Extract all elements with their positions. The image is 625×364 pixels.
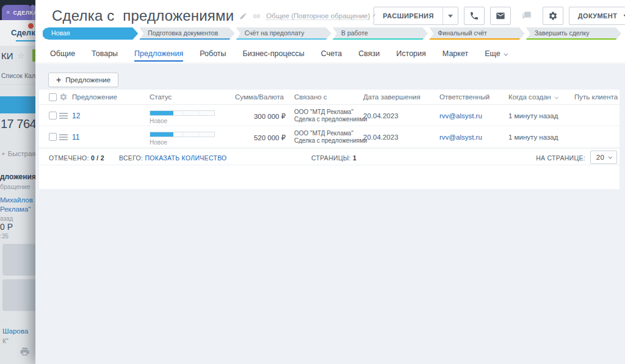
notification-dot [28, 23, 34, 29]
quick-add-label: Быстрая [8, 150, 35, 157]
amount-cell: 520 000 ₽ [216, 134, 286, 142]
stage-label: Финальный счёт [438, 29, 486, 37]
per-page-select[interactable]: 20 [590, 151, 617, 164]
grid-settings-gear-icon[interactable] [59, 93, 68, 101]
column-header-created-label: Когда создан [508, 93, 551, 101]
offer-id-link[interactable]: 12 [72, 112, 80, 120]
stage-close-deal[interactable]: Завершить сделку [526, 27, 621, 40]
tab-general[interactable]: Общие [50, 45, 75, 63]
tab-robots[interactable]: Роботы [200, 45, 226, 63]
table-row[interactable]: 12 Новое 300 000 ₽ ООО "МТД Реклама"Сдел… [39, 105, 620, 126]
column-header-created[interactable]: Когда создан [508, 93, 557, 101]
tab-more-label: Еще [485, 49, 500, 58]
tab-history[interactable]: История [396, 45, 425, 63]
screen: × СДЕЛКА Сделки КИ ☆ Список Кал 17 764 Б… [0, 0, 625, 364]
background-view-tabs: Список Кал [0, 66, 35, 85]
kanban-card-time-fragment: азад [0, 215, 13, 222]
settings-button[interactable] [543, 7, 563, 25]
column-header-close-date[interactable]: Дата завершения [363, 93, 421, 101]
background-top-bar: × СДЕЛКА [0, 0, 35, 20]
printer-icon[interactable] [20, 346, 30, 357]
stage-new[interactable]: Новая [43, 27, 138, 40]
column-header-amount[interactable]: Сумма/Валюта [235, 93, 284, 101]
tab-offers[interactable]: Предложения [134, 45, 183, 63]
phone-icon [469, 11, 479, 21]
extensions-dropdown-toggle[interactable] [443, 12, 458, 20]
stage-final-invoice[interactable]: Финальный счёт [429, 27, 524, 40]
checked-counter: ОТМЕЧЕНО: 0 / 2 [49, 154, 104, 162]
row-menu-icon[interactable] [59, 113, 68, 119]
related-company: ООО "МТД Реклама" [294, 130, 353, 137]
responsible-link[interactable]: rvv@alsyst.ru [439, 112, 482, 120]
quick-add-link[interactable]: Быстрая [1, 150, 35, 157]
select-all-checkbox[interactable] [49, 93, 57, 101]
column-header-related[interactable]: Связано с [294, 93, 327, 101]
table-row[interactable]: 11 Новое 520 000 ₽ ООО "МТД Реклама"Сдел… [39, 126, 620, 148]
column-header-client-path[interactable]: Путь клиента [574, 93, 618, 101]
document-button[interactable]: ДОКУМЕНТ [569, 7, 625, 25]
kanban-column-total: 17 764 [1, 117, 35, 131]
background-page-strip: × СДЕЛКА Сделки КИ ☆ Список Кал 17 764 Б… [0, 0, 35, 364]
column-header-offer[interactable]: Предложение [72, 93, 117, 101]
chat-button[interactable] [516, 7, 537, 25]
view-tab-list[interactable]: Список [1, 72, 23, 79]
offers-section: Предложение Предложение Статус Сумма/Вал… [35, 64, 625, 364]
chat-icon [522, 11, 532, 21]
stage-label: В работе [341, 29, 368, 37]
tab-invoices[interactable]: Счета [321, 45, 342, 63]
kanban-card-placeholder [2, 279, 35, 311]
chevron-down-icon [504, 51, 508, 55]
kanban-card-company-link[interactable]: Реклама" [0, 205, 31, 213]
background-page-title-fragment: КИ [1, 51, 13, 61]
stage-label: Счёт на предоплату [245, 29, 305, 37]
responsible-link[interactable]: rvv@alsyst.ru [439, 134, 482, 141]
kanban-card-contact-link[interactable]: Михайлов [0, 196, 33, 204]
window-tab-deal[interactable]: × СДЕЛКА [2, 5, 32, 20]
close-date-cell: 20.04.2023 [363, 112, 399, 120]
close-icon[interactable]: × [6, 9, 10, 16]
email-button[interactable] [490, 7, 511, 25]
tab-products[interactable]: Товары [92, 45, 118, 63]
pages-counter: СТРАНИЦЫ: 1 [311, 154, 356, 162]
kanban-card2-contact-link[interactable]: Шарова [2, 327, 28, 335]
checked-label: ОТМЕЧЕНО: [49, 154, 89, 162]
row-checkbox[interactable] [49, 112, 57, 120]
extensions-button[interactable]: РАСШИРЕНИЯ [374, 7, 458, 25]
tab-market[interactable]: Маркет [443, 45, 468, 63]
edit-icon[interactable] [239, 12, 247, 20]
window-tab-label: СДЕЛКА [13, 10, 35, 16]
nav-item-deals[interactable]: Сделки [11, 28, 35, 37]
category-selector[interactable]: Общее (Повторное обращение) [266, 12, 370, 20]
table-header-row: Предложение Статус Сумма/Валюта Связано … [39, 90, 620, 105]
created-cell: 1 минуту назад [508, 112, 558, 120]
amount-cell: 300 000 ₽ [216, 112, 286, 121]
tab-more[interactable]: Еще [485, 45, 506, 63]
panel-header: Сделка с предложениями Общее (Повторное … [52, 6, 618, 26]
tab-relations[interactable]: Связи [358, 45, 380, 63]
column-header-status[interactable]: Статус [150, 93, 172, 101]
stage-documents[interactable]: Подготовка документов [139, 27, 234, 40]
pages-label: СТРАНИЦЫ: [311, 154, 351, 162]
call-button[interactable] [464, 7, 485, 25]
toolbar: РАСШИРЕНИЯ ДОКУМЕНТ [374, 7, 625, 25]
link-icon[interactable] [253, 12, 261, 20]
table-footer: ОТМЕЧЕНО: 0 / 2 ВСЕГО: ПОКАЗАТЬ КОЛИЧЕСТ… [39, 148, 620, 165]
show-count-link[interactable]: ПОКАЗАТЬ КОЛИЧЕСТВО [145, 154, 226, 162]
star-icon[interactable]: ☆ [17, 51, 24, 60]
stage-in-progress[interactable]: В работе [333, 27, 428, 40]
tab-business-processes[interactable]: Бизнес-процессы [243, 45, 305, 63]
kanban-card2-text-fragment: К" [2, 337, 9, 344]
column-header-responsible[interactable]: Ответственный [439, 93, 490, 101]
stage-prepayment-invoice[interactable]: Счёт на предоплату [236, 27, 331, 40]
page-title: Сделка с предложениями [52, 7, 234, 24]
add-offer-button[interactable]: Предложение [48, 73, 118, 87]
row-checkbox[interactable] [49, 133, 57, 141]
status-progress-bar [150, 110, 215, 116]
kanban-card-title-fragment: дложениями [0, 173, 35, 181]
status-progress-fill [150, 111, 173, 115]
row-menu-icon[interactable] [59, 134, 68, 140]
related-cell: ООО "МТД Реклама"Сделка с предложениями [294, 109, 367, 123]
kanban-column-header [0, 96, 35, 113]
view-tab-calendar[interactable]: Кал [24, 72, 35, 79]
offer-id-link[interactable]: 11 [72, 133, 79, 141]
